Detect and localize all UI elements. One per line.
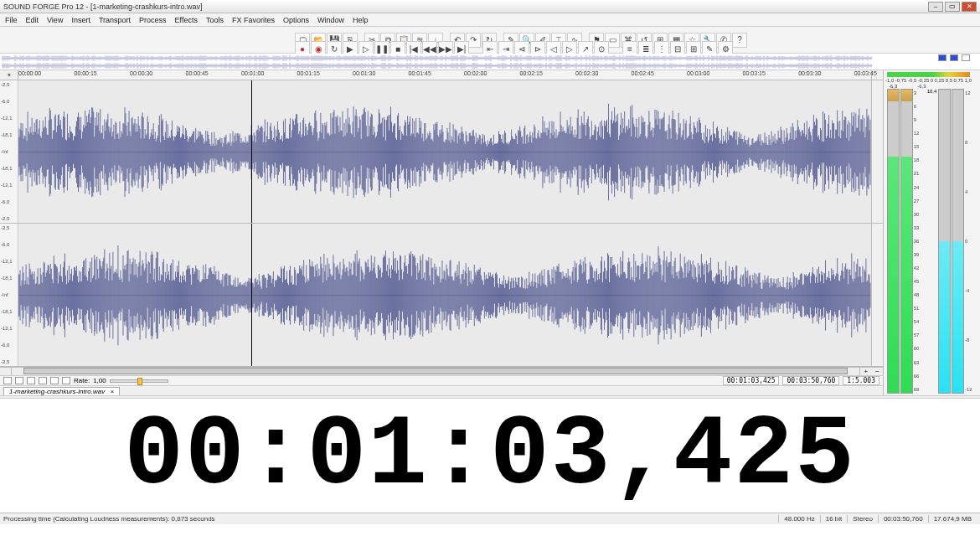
time-ruler[interactable]: 00:00:0000:00:1500:00:3000:00:4500:01:00… [18, 70, 871, 80]
channel-l-icon[interactable] [938, 54, 946, 61]
ruler-tick: 00:00:30 [130, 70, 152, 76]
ruler-tick: 00:03:30 [798, 70, 821, 76]
menu-view[interactable]: View [47, 16, 63, 24]
ruler-tick: 00:02:45 [632, 70, 654, 76]
time-ruler-row: ✶ 00:00:0000:00:1500:00:3000:00:4500:01:… [0, 70, 883, 80]
tab-file[interactable]: 1-marketing-crashkurs-intro.wav × [3, 387, 120, 395]
overview-close-icon[interactable] [962, 54, 970, 61]
menu-options[interactable]: Options [283, 16, 309, 24]
ruler-tick: 00:00:15 [75, 70, 97, 76]
lu-l-peak: 10,4 [927, 89, 937, 94]
rate-slider[interactable] [110, 379, 168, 383]
status-message: Processing time (Calculating Loudness me… [3, 515, 778, 523]
menu-file[interactable]: File [5, 16, 18, 24]
big-time-display[interactable]: 00:01:03,425 [0, 399, 980, 513]
menu-process[interactable]: Process [139, 16, 167, 24]
loudness-meter[interactable]: 12840-4-8-12 [938, 89, 977, 394]
peak-meter[interactable]: 3691215182124273033363942454851545760636… [887, 89, 926, 394]
tab-close-icon[interactable]: × [111, 388, 115, 395]
mini-go-end-icon[interactable] [27, 377, 35, 384]
overview-strip[interactable] [0, 54, 980, 70]
playhead[interactable] [251, 80, 252, 223]
ruler-tick: 00:02:15 [520, 70, 543, 76]
menu-tools[interactable]: Tools [206, 16, 224, 24]
channel-right[interactable]: -2,5-6,0-12,1-18,1-Inf-18,1-12,1-6,0-2,5 [0, 224, 883, 367]
channel-left[interactable]: -2,5-6,0-12,1-18,1-Inf-18,1-12,1-6,0-2,5 [0, 80, 883, 224]
minimize-button[interactable]: – [928, 2, 943, 12]
status-filesize: 17.674,9 MB [928, 515, 977, 523]
horizontal-scrollbar[interactable]: + − [0, 367, 883, 375]
close-button[interactable]: ✕ [962, 2, 977, 12]
status-bar: Processing time (Calculating Loudness me… [0, 513, 980, 524]
mini-go-start-icon[interactable] [15, 377, 23, 384]
meters-panel: -1,0-0,75-0,5-0,2500,250,50,751,0 -6,3 -… [883, 70, 980, 395]
transport-bar: Rate: 1,00 00:01:03,425 00:03:50,760 1:5… [0, 375, 883, 385]
ruler-tick: 00:03:00 [687, 70, 709, 76]
menu-edit[interactable]: Edit [26, 16, 39, 24]
rate-slider-thumb[interactable] [137, 378, 142, 385]
position-readout[interactable]: 00:01:03,425 [723, 376, 780, 385]
amplitude-scale-left: -2,5-6,0-12,1-18,1-Inf-18,1-12,1-6,0-2,5 [0, 80, 18, 223]
status-samplerate: 48.000 Hz [778, 515, 819, 523]
status-channels: Stereo [847, 515, 878, 523]
waveform-right [18, 224, 871, 367]
menu-help[interactable]: Help [353, 16, 369, 24]
ruler-tick: 00:03:15 [743, 70, 766, 76]
maximize-button[interactable]: ▭ [945, 2, 960, 12]
channel-r-icon[interactable] [950, 54, 958, 61]
mini-play-icon[interactable] [50, 377, 59, 384]
menu-insert[interactable]: Insert [71, 16, 90, 24]
ruler-gutter: ✶ [0, 70, 18, 80]
amplitude-scale-right: -2,5-6,0-12,1-18,1-Inf-18,1-12,1-6,0-2,5 [0, 224, 18, 366]
ruler-tick: 00:01:45 [409, 70, 431, 76]
length-readout[interactable]: 00:03:50,760 [782, 376, 839, 385]
overview-controls [888, 54, 978, 70]
rate-value: 1,00 [93, 377, 106, 384]
ruler-tick: 00:00:00 [18, 70, 41, 76]
ruler-tick: 00:01:00 [241, 70, 264, 76]
menu-window[interactable]: Window [317, 16, 344, 24]
overview-waveform [2, 54, 873, 70]
tab-file-label: 1-marketing-crashkurs-intro.wav [9, 388, 105, 395]
mini-stop-icon[interactable] [39, 377, 47, 384]
menu-bar: FileEditViewInsertTransportProcessEffect… [0, 13, 980, 27]
ruler-tick: 00:02:00 [464, 70, 487, 76]
big-time-value: 00:01:03,425 [124, 400, 856, 512]
mini-gear-icon[interactable] [3, 377, 12, 384]
zoom-readout[interactable]: 1:5.003 [843, 376, 879, 385]
menu-fx-favorites[interactable]: FX Favorites [232, 16, 275, 24]
title-bar: SOUND FORGE Pro 12 - [1-marketing-crashk… [0, 0, 980, 13]
document-tabs: 1-marketing-crashkurs-intro.wav × [0, 385, 883, 395]
ruler-tick: 00:00:45 [186, 70, 209, 76]
waveform-left [18, 80, 871, 224]
workspace: ✶ 00:00:0000:00:1500:00:3000:00:4500:01:… [0, 70, 980, 395]
rate-label: Rate: [74, 377, 90, 384]
ruler-tick: 00:01:30 [353, 70, 375, 76]
ruler-tick: 00:02:30 [575, 70, 598, 76]
playhead[interactable] [251, 224, 252, 366]
ruler-tick: 00:01:15 [297, 70, 320, 76]
pan-scale: -1,0-0,75-0,5-0,2500,250,50,751,0 [884, 70, 980, 84]
ruler-tick: 00:03:45 [854, 70, 877, 76]
editor-panel: ✶ 00:00:0000:00:1500:00:3000:00:4500:01:… [0, 70, 883, 395]
status-bitdepth: 16 bit [820, 515, 848, 523]
toolbar: ▢ 📂 💾 ⎘ ✂ ⧉ 📋 ≋ ⟂ ↶ ↷ ↻ ✎ 🔍 ✐ ⌶ ∿ ⚑ ▭ ⌘ … [0, 27, 980, 54]
mini-loop-icon[interactable] [62, 377, 70, 384]
menu-transport[interactable]: Transport [99, 16, 131, 24]
window-title: SOUND FORGE Pro 12 - [1-marketing-crashk… [3, 3, 203, 11]
status-duration: 00:03:50,760 [878, 515, 928, 523]
menu-effects[interactable]: Effects [175, 16, 198, 24]
